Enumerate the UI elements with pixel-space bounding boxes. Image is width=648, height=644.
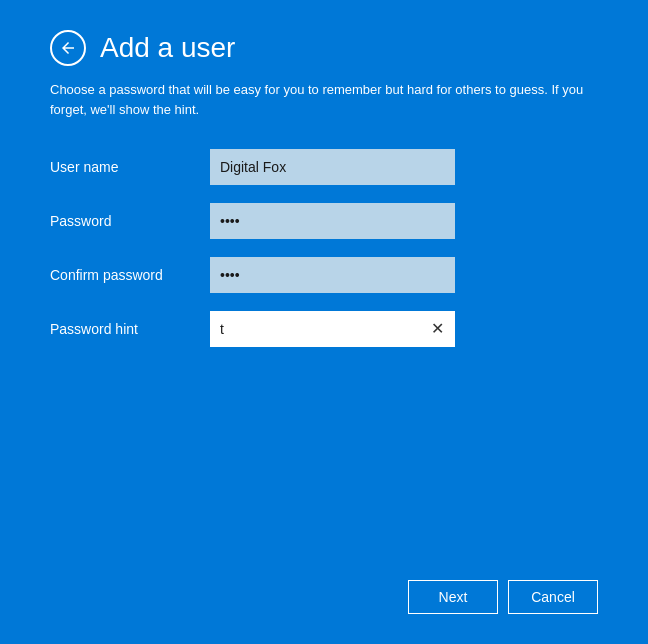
back-button[interactable]: [50, 30, 86, 66]
cancel-button[interactable]: Cancel: [508, 580, 598, 614]
clear-hint-button[interactable]: ✕: [427, 319, 447, 339]
password-hint-wrapper: ✕: [210, 311, 455, 347]
confirm-password-input[interactable]: [210, 257, 455, 293]
password-input[interactable]: [210, 203, 455, 239]
password-hint-input[interactable]: [210, 311, 455, 347]
next-button[interactable]: Next: [408, 580, 498, 614]
password-label: Password: [50, 213, 210, 229]
confirm-password-label: Confirm password: [50, 267, 210, 283]
username-input[interactable]: [210, 149, 455, 185]
back-icon: [59, 39, 77, 57]
username-row: User name: [50, 149, 598, 185]
password-hint-label: Password hint: [50, 321, 210, 337]
form-area: User name Password Confirm password Pass…: [50, 149, 598, 365]
subtitle: Choose a password that will be easy for …: [50, 80, 598, 119]
confirm-password-row: Confirm password: [50, 257, 598, 293]
username-label: User name: [50, 159, 210, 175]
clear-icon: ✕: [431, 321, 444, 337]
page-container: Add a user Choose a password that will b…: [0, 0, 648, 644]
buttons-area: Next Cancel: [408, 580, 598, 614]
password-row: Password: [50, 203, 598, 239]
password-hint-row: Password hint ✕: [50, 311, 598, 347]
header: Add a user: [50, 30, 598, 66]
page-title: Add a user: [100, 34, 235, 62]
